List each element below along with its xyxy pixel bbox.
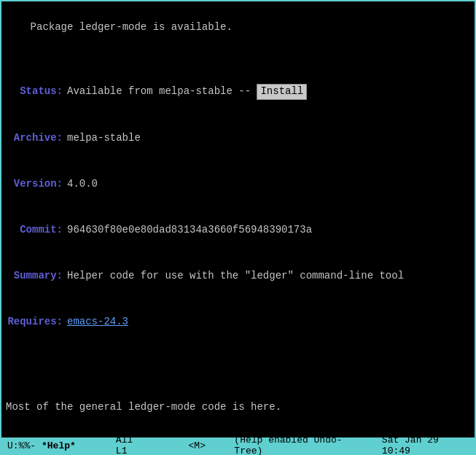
status-spacer3 xyxy=(208,440,231,451)
status-label: Status: xyxy=(6,84,64,99)
requires-row: Requires: emacs-24.3 xyxy=(6,314,470,330)
summary-row: Summary: Helper code for use with the "l… xyxy=(6,268,470,284)
status-spacer1 xyxy=(79,440,113,451)
summary-label: Summary: xyxy=(6,268,64,284)
status-buffer: *Help* xyxy=(39,440,79,451)
app-container: Package ledger-mode is available. Status… xyxy=(0,0,476,455)
requires-link[interactable]: emacs-24.3 xyxy=(67,316,128,327)
status-datetime: Sat Jan 29 10:49 xyxy=(379,435,472,455)
status-position: All L1 xyxy=(113,435,152,455)
status-spacer2 xyxy=(152,440,186,451)
status-spacer4 xyxy=(367,440,379,451)
version-value: 4.0.0 xyxy=(64,176,98,192)
requires-value: emacs-24.3 xyxy=(64,314,128,330)
description-text: Most of the general ledger-mode code is … xyxy=(6,400,470,415)
status-row: Status: Available from melpa-stable -- I… xyxy=(6,84,470,100)
commit-label: Commit: xyxy=(6,222,64,238)
summary-value: Helper code for use with the "ledger" co… xyxy=(64,268,404,284)
archive-label: Archive: xyxy=(6,131,64,146)
info-table: Status: Available from melpa-stable -- I… xyxy=(6,53,470,360)
install-button[interactable]: Install xyxy=(257,84,307,100)
package-title: Package ledger-mode is available. xyxy=(31,21,233,33)
status-mode: U:%%- xyxy=(4,440,39,451)
commit-row: Commit: 964630f80e0e80dad83134a3660f5694… xyxy=(6,222,470,238)
commit-value: 964630f80e0e80dad83134a3660f56948390173a xyxy=(64,222,312,238)
version-row: Version: 4.0.0 xyxy=(6,176,470,192)
status-value: Available from melpa-stable -- Install xyxy=(64,84,307,100)
archive-row: Archive: melpa-stable xyxy=(6,131,470,146)
status-key: <M> xyxy=(186,440,208,451)
requires-label: Requires: xyxy=(6,314,64,330)
main-content: Package ledger-mode is available. Status… xyxy=(1,1,475,438)
version-label: Version: xyxy=(6,176,64,192)
archive-value: melpa-stable xyxy=(64,131,141,146)
status-extra: (Help enabled Undo-Tree) xyxy=(231,435,367,455)
status-bar: U:%%- *Help* All L1 <M> (Help enabled Un… xyxy=(1,438,475,454)
